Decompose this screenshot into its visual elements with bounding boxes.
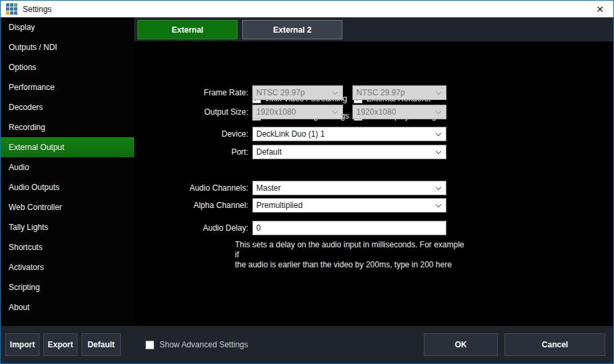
output-size-dropdown-1: 1920x1080 — [252, 105, 343, 119]
sidebar-item-shortcuts[interactable]: Shortcuts — [1, 237, 134, 257]
device-label: Device: — [134, 127, 248, 141]
chevron-down-icon — [436, 202, 441, 207]
audio-delay-help-text: This sets a delay on the audio input in … — [235, 240, 467, 270]
external-output-tabstrip: External External 2 — [134, 17, 613, 41]
sidebar-item-outputs-ndi[interactable]: Outputs / NDI — [1, 37, 134, 57]
audio-channels-dropdown[interactable]: Master — [252, 181, 446, 195]
chevron-down-icon — [436, 109, 441, 114]
frame-rate-dropdown-1: NTSC 29.97p — [252, 85, 343, 100]
chevron-down-icon — [436, 149, 441, 154]
show-advanced-settings-checkbox[interactable]: Show Advanced Settings — [145, 340, 248, 349]
output-size-dropdown-2: 1920x1080 — [352, 105, 446, 119]
chevron-down-icon — [332, 89, 338, 95]
export-button[interactable]: Export — [43, 333, 77, 356]
cancel-button[interactable]: Cancel — [505, 333, 605, 356]
sidebar-item-scripting[interactable]: Scripting — [1, 277, 134, 297]
sidebar-nav: Display Outputs / NDI Options Performanc… — [1, 17, 134, 326]
import-button[interactable]: Import — [5, 333, 39, 356]
default-button[interactable]: Default — [81, 333, 121, 356]
external-output-panel: ✓ vMix Video / Streaming ✓ External Rend… — [134, 41, 613, 326]
audio-delay-label: Audio Delay: — [134, 221, 248, 235]
dialog-footer: Show Advanced Settings OK Cancel — [134, 326, 613, 363]
frame-rate-label: Frame Rate: — [134, 85, 248, 100]
port-label: Port: — [134, 145, 248, 159]
chevron-down-icon — [436, 185, 441, 190]
sidebar-item-web-controller[interactable]: Web Controller — [1, 197, 134, 217]
frame-rate-dropdown-2: NTSC 29.97p — [352, 85, 446, 100]
alpha-channel-label: Alpha Channel: — [134, 198, 248, 213]
sidebar-item-audio[interactable]: Audio — [1, 157, 134, 177]
settings-window: Settings ✕ Display Outputs / NDI Options… — [0, 0, 614, 364]
sidebar-item-tally-lights[interactable]: Tally Lights — [1, 217, 134, 237]
ok-button[interactable]: OK — [424, 333, 498, 356]
device-dropdown[interactable]: DeckLink Duo (1) 1 — [252, 127, 446, 141]
audio-delay-input[interactable] — [252, 221, 446, 235]
audio-channels-label: Audio Channels: — [134, 181, 248, 195]
tab-external[interactable]: External — [137, 20, 238, 39]
sidebar-item-external-output[interactable]: External Output — [1, 137, 134, 157]
chevron-down-icon — [436, 89, 441, 95]
output-size-label: Output Size: — [134, 105, 248, 119]
alpha-channel-dropdown[interactable]: Premultiplied — [252, 198, 446, 213]
sidebar-item-activators[interactable]: Activators — [1, 257, 134, 277]
sidebar-item-about[interactable]: About — [1, 297, 134, 317]
sidebar-item-options[interactable]: Options — [1, 57, 134, 77]
chevron-down-icon — [332, 109, 338, 114]
title-bar: Settings ✕ — [1, 1, 613, 17]
sidebar-item-performance[interactable]: Performance — [1, 77, 134, 97]
sidebar-item-display[interactable]: Display — [1, 17, 134, 37]
sidebar-footer: Import Export Default — [1, 326, 134, 363]
checkbox-unchecked-icon — [145, 341, 154, 349]
settings-sidebar: Display Outputs / NDI Options Performanc… — [1, 17, 134, 363]
window-title: Settings — [23, 5, 51, 14]
port-dropdown[interactable]: Default — [252, 145, 446, 159]
vmix-logo-icon — [6, 3, 17, 15]
close-icon[interactable]: ✕ — [587, 1, 613, 17]
sidebar-item-recording[interactable]: Recording — [1, 117, 134, 137]
chevron-down-icon — [436, 131, 441, 136]
show-advanced-settings-label: Show Advanced Settings — [160, 340, 248, 349]
tab-external-2[interactable]: External 2 — [242, 20, 342, 39]
sidebar-item-audio-outputs[interactable]: Audio Outputs — [1, 177, 134, 197]
sidebar-item-decoders[interactable]: Decoders — [1, 97, 134, 117]
